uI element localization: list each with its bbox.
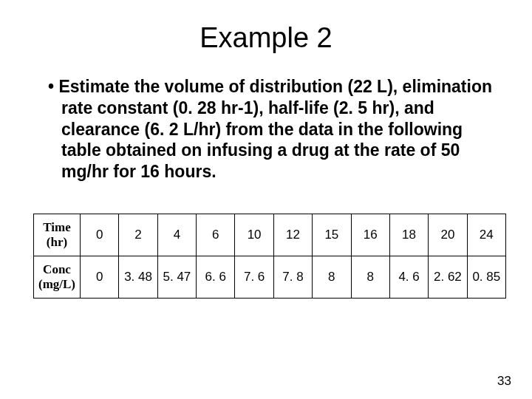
cell: 5. 47 <box>157 256 196 298</box>
cell: 8 <box>313 256 351 298</box>
page-title: Example 2 <box>33 22 499 54</box>
cell: 4 <box>157 214 196 256</box>
row-header-conc: Conc (mg/L) <box>34 256 81 298</box>
cell: 20 <box>429 214 467 256</box>
cell: 7. 6 <box>235 256 273 298</box>
bullet-text: Estimate the volume of distribution (22 … <box>48 76 499 183</box>
cell: 0 <box>81 256 119 298</box>
cell: 0 <box>81 214 119 256</box>
cell: 2 <box>119 214 157 256</box>
table-row: Time (hr) 0 2 4 6 10 12 15 16 18 20 24 <box>34 214 506 256</box>
cell: 12 <box>273 214 312 256</box>
slide: Example 2 Estimate the volume of distrib… <box>0 0 532 299</box>
cell: 6 <box>197 214 235 256</box>
cell: 8 <box>351 256 389 298</box>
cell: 2. 62 <box>429 256 467 298</box>
cell: 3. 48 <box>119 256 157 298</box>
cell: 6. 6 <box>197 256 235 298</box>
data-table: Time (hr) 0 2 4 6 10 12 15 16 18 20 24 C… <box>33 214 506 299</box>
page-number: 33 <box>497 374 511 389</box>
cell: 15 <box>313 214 351 256</box>
row-header-time: Time (hr) <box>34 214 81 256</box>
cell: 10 <box>235 214 273 256</box>
cell: 18 <box>389 214 428 256</box>
cell: 24 <box>467 214 505 256</box>
table-row: Conc (mg/L) 0 3. 48 5. 47 6. 6 7. 6 7. 8… <box>34 256 506 298</box>
cell: 0. 85 <box>467 256 505 298</box>
cell: 7. 8 <box>273 256 312 298</box>
cell: 16 <box>351 214 389 256</box>
cell: 4. 6 <box>389 256 428 298</box>
